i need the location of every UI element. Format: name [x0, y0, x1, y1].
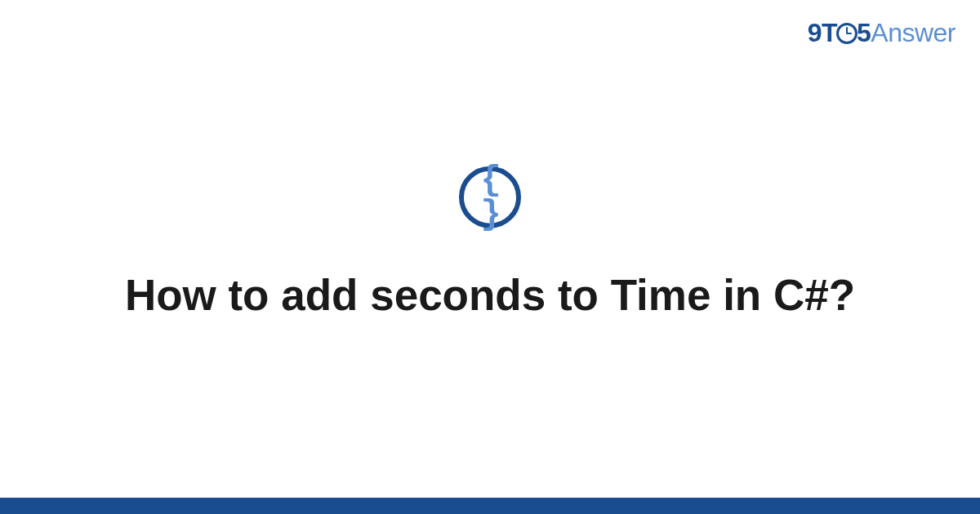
question-title: How to add seconds to Time in C#? [0, 268, 980, 323]
category-icon-wrapper: { } [459, 166, 521, 228]
logo-part-answer: Answer [871, 18, 956, 47]
code-braces-icon: { } [464, 163, 516, 232]
logo-part-5: 5 [857, 18, 871, 47]
logo-part-t: T [822, 18, 837, 47]
footer-accent-bar [0, 498, 980, 514]
clock-icon [836, 23, 858, 44]
main-content: { } How to add seconds to Time in C#? [0, 166, 980, 323]
site-logo: 9T5Answer [808, 18, 956, 48]
logo-part-9: 9 [808, 18, 822, 47]
